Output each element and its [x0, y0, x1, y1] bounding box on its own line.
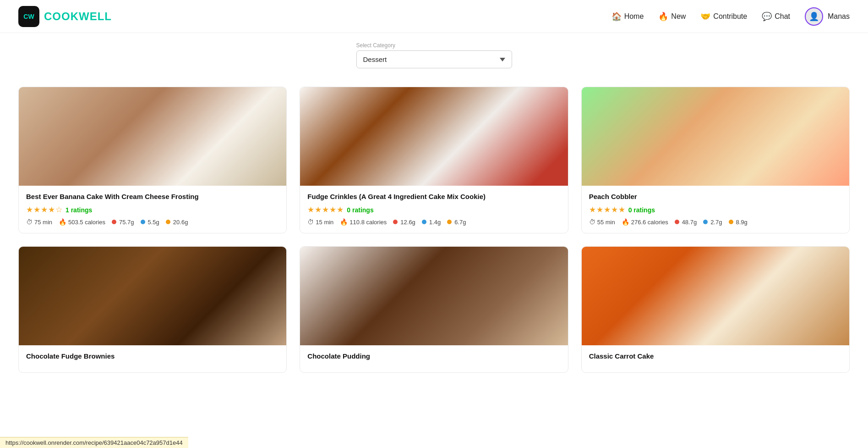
recipe-meta: ⏱ 15 min 🔥 110.8 calories 12.6g 1.4g	[307, 218, 560, 226]
time-value: 15 min	[316, 219, 333, 226]
macro2-value: 2.7g	[710, 219, 722, 226]
time-meta: ⏱ 15 min	[307, 218, 333, 226]
recipe-title: Chocolate Fudge Brownies	[26, 352, 279, 361]
nav-contribute[interactable]: 🤝 Contribute	[700, 11, 747, 22]
avatar: 👤	[805, 7, 823, 26]
recipe-image-crinkles	[300, 87, 568, 186]
stars: ★★★★☆	[26, 205, 63, 215]
recipe-info-banana-cake: Best Ever Banana Cake With Cream Cheese …	[19, 186, 286, 233]
recipe-image-chocolate-bowl	[300, 247, 568, 345]
nav-chat[interactable]: 💬 Chat	[762, 11, 790, 22]
recipe-rating: ★★★★☆ 1 ratings	[26, 205, 279, 215]
recipe-rating: ★★★★★ 0 ratings	[307, 205, 560, 215]
protein-dot	[703, 220, 708, 224]
contribute-icon: 🤝	[700, 11, 710, 22]
macro1-value: 12.6g	[400, 219, 415, 226]
fat-dot	[166, 220, 170, 224]
recipe-card-peach-cobbler[interactable]: Peach Cobbler ★★★★★ 0 ratings ⏱ 55 min 🔥…	[581, 87, 850, 233]
recipe-card-banana-cake[interactable]: Best Ever Banana Cake With Cream Cheese …	[18, 87, 287, 233]
logo-text: COOKWELL	[44, 10, 112, 23]
macro1-value: 75.7g	[119, 219, 134, 226]
fat-dot	[729, 220, 733, 224]
fire-icon: 🔥	[59, 218, 66, 226]
recipe-card-carrot-cake[interactable]: Classic Carrot Cake	[581, 246, 850, 372]
recipe-grid-wrapper: Best Ever Banana Cake With Cream Cheese …	[0, 73, 868, 391]
logo-area[interactable]: CW COOKWELL	[18, 6, 112, 27]
recipe-info-brownie: Chocolate Fudge Brownies	[19, 345, 286, 372]
nav-chat-label: Chat	[775, 12, 790, 21]
calories-value: 276.6 calories	[631, 219, 668, 226]
macro2-meta: 2.7g	[703, 219, 722, 226]
macro1-meta: 48.7g	[675, 219, 697, 226]
new-icon: 🔥	[658, 11, 668, 22]
main-nav: 🏠 Home 🔥 New 🤝 Contribute 💬 Chat 👤 Manas	[611, 7, 850, 26]
macro3-meta: 8.9g	[729, 219, 748, 226]
carb-dot	[675, 220, 679, 224]
logo-icon: CW	[18, 6, 39, 27]
recipe-image-brownie	[19, 247, 286, 345]
nav-contribute-label: Contribute	[713, 12, 747, 21]
time-value: 55 min	[597, 219, 615, 226]
recipe-image-banana-cake	[19, 87, 286, 186]
recipe-info-chocolate-bowl: Chocolate Pudding	[300, 345, 568, 372]
category-select[interactable]: All Breakfast Lunch Dinner Dessert Snack…	[356, 50, 512, 68]
timer-icon: ⏱	[26, 218, 33, 226]
calories-meta: 🔥 503.5 calories	[59, 218, 105, 226]
macro3-value: 6.7g	[454, 219, 466, 226]
calories-meta: 🔥 276.6 calories	[622, 218, 668, 226]
recipe-grid: Best Ever Banana Cake With Cream Cheese …	[18, 87, 850, 373]
recipe-image-peach-cobbler	[582, 87, 849, 186]
calories-value: 110.8 calories	[349, 219, 387, 226]
protein-dot	[141, 220, 145, 224]
macro3-value: 20.6g	[173, 219, 188, 226]
carb-dot	[112, 220, 116, 224]
rating-count: 0 ratings	[347, 206, 373, 214]
timer-icon: ⏱	[307, 218, 314, 226]
macro2-meta: 5.5g	[141, 219, 159, 226]
time-meta: ⏱ 75 min	[26, 218, 52, 226]
macro1-meta: 75.7g	[112, 219, 134, 226]
recipe-card-brownie[interactable]: Chocolate Fudge Brownies	[18, 246, 287, 372]
recipe-card-fudge-crinkles[interactable]: Fudge Crinkles (A Great 4 Ingredient Cak…	[300, 87, 568, 233]
stars: ★★★★★	[307, 205, 344, 215]
chat-icon: 💬	[762, 11, 772, 22]
macro1-meta: 12.6g	[393, 219, 415, 226]
home-icon: 🏠	[611, 11, 622, 22]
fat-dot	[447, 220, 452, 224]
recipe-info-carrot-cake: Classic Carrot Cake	[582, 345, 849, 372]
macro3-value: 8.9g	[736, 219, 748, 226]
recipe-meta: ⏱ 55 min 🔥 276.6 calories 48.7g 2.7g	[589, 218, 842, 226]
header: CW COOKWELL 🏠 Home 🔥 New 🤝 Contribute 💬 …	[0, 0, 868, 33]
nav-new-label: New	[671, 12, 686, 21]
user-menu[interactable]: 👤 Manas	[805, 7, 850, 26]
timer-icon: ⏱	[589, 218, 595, 226]
user-name: Manas	[828, 12, 850, 21]
recipe-info-crinkles: Fudge Crinkles (A Great 4 Ingredient Cak…	[300, 186, 568, 233]
rating-count: 0 ratings	[628, 206, 655, 214]
filter-area: Select Category All Breakfast Lunch Dinn…	[0, 33, 868, 73]
carb-dot	[393, 220, 398, 224]
protein-dot	[422, 220, 426, 224]
recipe-card-chocolate-bowl[interactable]: Chocolate Pudding	[300, 246, 568, 372]
recipe-title: Peach Cobbler	[589, 192, 842, 201]
nav-home[interactable]: 🏠 Home	[611, 11, 644, 22]
macro3-meta: 20.6g	[166, 219, 188, 226]
fire-icon: 🔥	[340, 218, 348, 226]
calories-meta: 🔥 110.8 calories	[340, 218, 387, 226]
rating-count: 1 ratings	[66, 206, 92, 214]
nav-home-label: Home	[624, 12, 644, 21]
category-filter-group: Select Category All Breakfast Lunch Dinn…	[356, 42, 512, 68]
fire-icon: 🔥	[622, 218, 629, 226]
time-meta: ⏱ 55 min	[589, 218, 615, 226]
macro2-value: 1.4g	[429, 219, 441, 226]
macro3-meta: 6.7g	[447, 219, 466, 226]
recipe-title: Best Ever Banana Cake With Cream Cheese …	[26, 192, 279, 201]
macro2-value: 5.5g	[148, 219, 159, 226]
macro2-meta: 1.4g	[422, 219, 441, 226]
macro1-value: 48.7g	[682, 219, 697, 226]
nav-new[interactable]: 🔥 New	[658, 11, 686, 22]
calories-value: 503.5 calories	[68, 219, 105, 226]
recipe-image-carrot-cake	[582, 247, 849, 345]
recipe-info-peach-cobbler: Peach Cobbler ★★★★★ 0 ratings ⏱ 55 min 🔥…	[582, 186, 849, 233]
recipe-meta: ⏱ 75 min 🔥 503.5 calories 75.7g 5.5g	[26, 218, 279, 226]
